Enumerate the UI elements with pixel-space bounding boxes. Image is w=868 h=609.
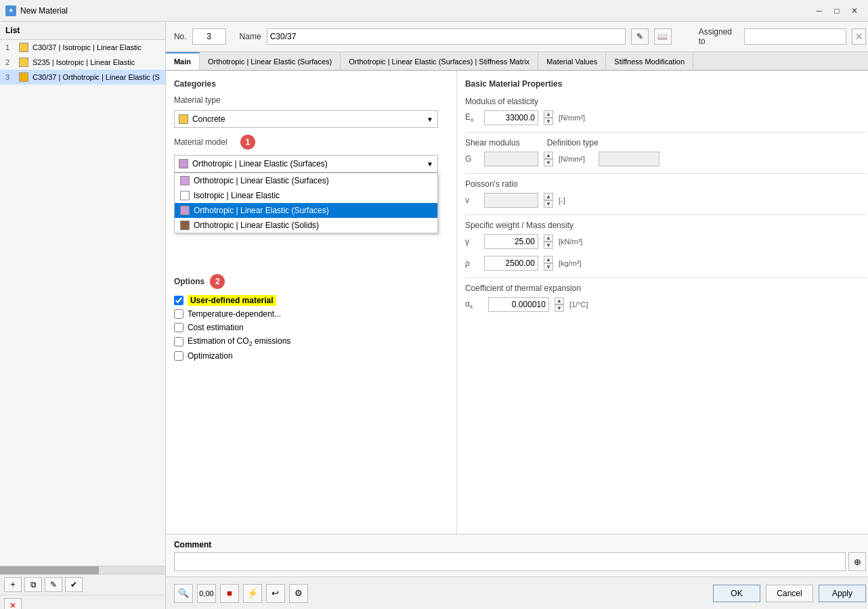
settings-button[interactable]: ⚙ — [289, 584, 308, 603]
lightning-button[interactable]: ⚡ — [243, 584, 262, 603]
add-button[interactable]: + — [4, 577, 22, 592]
v-up-button[interactable]: ▲ — [544, 193, 553, 200]
undo-button[interactable]: ↩ — [266, 584, 285, 603]
list-item-selected[interactable]: 3 C30/37 | Orthotropic | Linear Elastic … — [0, 70, 165, 85]
poisson-label: Poisson's ratio — [465, 179, 866, 189]
g-label: G — [465, 154, 479, 164]
cost-estimation-label[interactable]: Cost estimation — [188, 323, 244, 332]
ex-unit: [N/mm²] — [559, 114, 585, 122]
ok-button[interactable]: OK — [713, 585, 760, 602]
tab-material-values[interactable]: Material Values — [538, 52, 606, 70]
list-item[interactable]: 1 C30/37 | Isotropic | Linear Elastic — [0, 40, 165, 55]
alpha-down-button[interactable]: ▼ — [555, 304, 564, 312]
dialog-buttons: OK Cancel Apply — [713, 585, 866, 602]
alpha-row: αx ▲ ▼ [1/°C] — [465, 297, 866, 312]
alpha-input[interactable] — [488, 297, 549, 312]
tab-ortho-surfaces[interactable]: Orthotropic | Linear Elastic (Surfaces) — [200, 52, 341, 70]
gamma-input[interactable] — [484, 234, 538, 249]
rho-label: ρ — [465, 258, 479, 268]
def-type-input[interactable] — [599, 152, 659, 166]
book-button[interactable]: 📖 — [654, 28, 672, 45]
material-model-value: Orthotropic | Linear Elastic (Surfaces) — [192, 159, 328, 168]
material-model-label: Material model — [174, 137, 235, 147]
tab-stiffness-mod[interactable]: Stiffness Modification — [606, 52, 693, 70]
rho-input[interactable] — [484, 256, 538, 271]
specific-weight-label: Specific weight / Mass density — [465, 221, 866, 230]
comment-textarea[interactable] — [174, 552, 846, 571]
no-field: No. 3 — [174, 28, 226, 45]
poisson-row: v ▲ ▼ [-] — [465, 193, 866, 208]
g-down-button[interactable]: ▼ — [544, 159, 553, 166]
delete-button[interactable]: ✕ — [4, 598, 22, 609]
cancel-button[interactable]: Cancel — [766, 585, 813, 602]
edit-button[interactable]: ✎ — [45, 577, 62, 592]
g-input[interactable] — [484, 152, 538, 166]
close-button[interactable]: ✕ — [846, 3, 863, 19]
dropdown-item-3-selected[interactable]: Orthotropic | Linear Elastic (Surfaces) — [175, 203, 437, 218]
ex-input[interactable] — [484, 110, 538, 125]
dropdown-item-4[interactable]: Orthotropic | Linear Elastic (Solids) — [175, 218, 437, 233]
co2-estimation-label[interactable]: Estimation of CO2 emissions — [188, 336, 290, 347]
options-title: Options — [174, 277, 204, 286]
comment-copy-button[interactable]: ⊕ — [848, 552, 866, 571]
item-label-2: S235 | Isotropic | Linear Elastic — [32, 58, 135, 66]
apply-button[interactable]: Apply — [819, 585, 866, 602]
item-color-iso — [180, 191, 190, 200]
cost-estimation-checkbox[interactable] — [174, 323, 183, 332]
v-down-button[interactable]: ▼ — [544, 200, 553, 208]
assigned-field: Assigned to ✕ — [699, 27, 866, 46]
material-model-dropdown[interactable]: Orthotropic | Linear Elastic (Surfaces) … — [174, 155, 438, 173]
content-area: Categories Material type Concrete ▼ Mate… — [166, 71, 868, 534]
temp-dependent-checkbox[interactable] — [174, 309, 183, 319]
ex-up-button[interactable]: ▲ — [544, 110, 553, 118]
name-input[interactable] — [267, 28, 626, 45]
rho-up-button[interactable]: ▲ — [544, 256, 553, 263]
g-up-button[interactable]: ▲ — [544, 152, 553, 159]
gamma-up-button[interactable]: ▲ — [544, 234, 553, 242]
gamma-down-button[interactable]: ▼ — [544, 242, 553, 249]
scroll-thumb[interactable] — [0, 566, 99, 574]
edit-name-button[interactable]: ✎ — [631, 28, 649, 45]
value-display-button[interactable]: 0,00 — [197, 584, 216, 603]
material-type-value: Concrete — [192, 114, 225, 124]
minimize-button[interactable]: ─ — [811, 3, 827, 19]
user-defined-label[interactable]: User-defined material — [188, 296, 276, 305]
g-unit: [N/mm²] — [559, 155, 585, 163]
app-icon: ✦ — [5, 5, 16, 16]
check-button[interactable]: ✔ — [65, 577, 83, 592]
user-defined-checkbox[interactable] — [174, 296, 183, 305]
color-button[interactable]: ■ — [220, 584, 239, 603]
ex-label: Ex — [465, 112, 479, 123]
rho-down-button[interactable]: ▼ — [544, 263, 553, 271]
v-input[interactable] — [484, 193, 538, 208]
item-label-3: C30/37 | Orthotropic | Linear Elastic (S — [32, 73, 160, 81]
alpha-up-button[interactable]: ▲ — [555, 297, 564, 304]
tab-ortho-stiffness[interactable]: Orthotropic | Linear Elastic (Surfaces) … — [341, 52, 538, 70]
comment-input-row: ⊕ — [174, 552, 866, 571]
material-type-row: Material type — [174, 95, 448, 105]
rho-row: ρ ▲ ▼ [kg/m³] — [465, 256, 866, 271]
list-item[interactable]: 2 S235 | Isotropic | Linear Elastic — [0, 55, 165, 70]
modulus-row: Ex ▲ ▼ [N/mm²] — [465, 110, 866, 125]
item-color-1 — [19, 43, 28, 52]
dropdown-item-1[interactable]: Orthotropic | Linear Elastic (Surfaces) — [175, 173, 437, 188]
material-type-dropdown[interactable]: Concrete ▼ — [174, 110, 438, 128]
alpha-unit: [1/°C] — [569, 300, 588, 309]
assigned-clear-button[interactable]: ✕ — [852, 28, 866, 45]
dropdown-item-label-3: Orthotropic | Linear Elastic (Surfaces) — [194, 206, 329, 215]
item-color-ortho-surf — [180, 206, 190, 215]
maximize-button[interactable]: □ — [829, 3, 845, 19]
temp-dependent-label[interactable]: Temperature-dependent... — [188, 309, 281, 319]
badge-1: 1 — [240, 135, 255, 150]
optimization-label[interactable]: Optimization — [188, 351, 233, 361]
scroll-bar[interactable] — [0, 566, 165, 574]
window-title: New Material — [20, 6, 68, 16]
search-icon-button[interactable]: 🔍 — [174, 584, 193, 603]
name-label: Name — [240, 32, 261, 41]
duplicate-button[interactable]: ⧉ — [24, 577, 42, 592]
dropdown-item-2[interactable]: Isotropic | Linear Elastic — [175, 188, 437, 203]
ex-down-button[interactable]: ▼ — [544, 118, 553, 125]
tab-main[interactable]: Main — [166, 52, 200, 70]
co2-estimation-checkbox[interactable] — [174, 337, 183, 346]
optimization-checkbox[interactable] — [174, 351, 183, 361]
